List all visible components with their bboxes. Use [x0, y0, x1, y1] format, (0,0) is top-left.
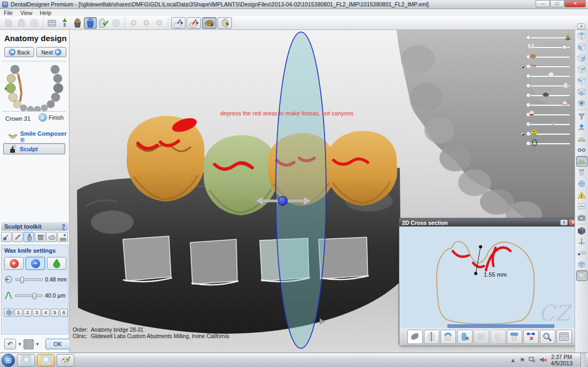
- flatten-table-icon[interactable]: [507, 330, 522, 344]
- crown-28[interactable]: [127, 115, 205, 201]
- sculpt-button[interactable]: Sculpt: [3, 143, 65, 154]
- wax-remove-button[interactable]: −: [26, 257, 45, 270]
- grid-view-icon[interactable]: [556, 330, 572, 344]
- color-dropdown-caret[interactable]: ▼: [35, 342, 40, 347]
- single-tooth-icon[interactable]: [490, 330, 506, 344]
- view-cube-right-icon[interactable]: [576, 75, 587, 86]
- measure-tool-icon[interactable]: [1, 232, 12, 242]
- plane-handle-sphere[interactable]: [278, 197, 288, 206]
- wax-knife-icon[interactable]: [24, 232, 34, 242]
- cutting-plane[interactable]: [276, 32, 326, 348]
- remove-connector-icon[interactable]: ✕: [523, 330, 539, 344]
- cross-section-panel[interactable]: 2D Cross section ? ✕: [399, 218, 575, 345]
- toolkit-help-link[interactable]: ?: [61, 223, 65, 230]
- view-cube-back-icon[interactable]: [576, 53, 587, 64]
- globe-preset-icon[interactable]: [4, 308, 13, 317]
- undo-button[interactable]: ↶: [4, 339, 16, 349]
- cd-output-icon[interactable]: [110, 17, 122, 29]
- compare-teeth-icon[interactable]: [474, 330, 489, 344]
- show-desktop-button[interactable]: [581, 353, 586, 367]
- layer-slider-scan[interactable]: [523, 120, 572, 129]
- layer-slider-colormap[interactable]: [523, 129, 572, 139]
- validate-design-icon[interactable]: [97, 17, 110, 29]
- preset-2-button[interactable]: 2: [24, 309, 32, 317]
- slice-view-icon[interactable]: [407, 330, 423, 344]
- remove-cap-icon[interactable]: ✕: [457, 330, 473, 344]
- taskbar-app-dental-1[interactable]: [17, 354, 35, 366]
- layer-slider-crown[interactable]: [523, 72, 572, 81]
- layer-slider-antagonist[interactable]: [523, 43, 572, 52]
- ok-button[interactable]: OK: [45, 339, 70, 349]
- next-button[interactable]: Next ►: [36, 47, 66, 57]
- taskbar-app-dental-2-active[interactable]: [37, 354, 55, 366]
- finish-button[interactable]: ✓ Finish: [38, 113, 64, 122]
- back-button[interactable]: ◄ Back: [4, 47, 34, 57]
- probe-tool-icon[interactable]: [171, 17, 185, 29]
- warning-icon[interactable]: !: [576, 190, 587, 200]
- stamp-tool-icon[interactable]: [57, 232, 68, 242]
- radius-slider[interactable]: [15, 278, 43, 281]
- crown-29[interactable]: [204, 135, 277, 215]
- layer-radio[interactable]: [521, 132, 524, 136]
- anatomy-design-icon[interactable]: [84, 17, 97, 29]
- preset-3-button[interactable]: 3: [33, 309, 41, 317]
- layer-slider-coping[interactable]: [523, 91, 572, 100]
- sphere-view-icon[interactable]: [576, 270, 587, 281]
- point-link-icon[interactable]: [576, 122, 587, 133]
- preset-1-button[interactable]: 1: [14, 309, 22, 317]
- view-cube-front-icon[interactable]: [576, 42, 587, 52]
- layer-slider-cut[interactable]: ✂: [523, 62, 572, 72]
- tray-expand-icon[interactable]: ▲: [510, 357, 516, 363]
- wax-add-tool-icon[interactable]: [187, 17, 201, 29]
- network-icon[interactable]: [529, 357, 536, 364]
- layer-slider-ring[interactable]: [523, 139, 572, 149]
- cross-help-button[interactable]: ?: [560, 220, 568, 225]
- frame-design-icon[interactable]: [71, 17, 84, 29]
- menu-view[interactable]: View: [17, 10, 36, 16]
- magnifier-icon[interactable]: [540, 330, 555, 344]
- dome-icon[interactable]: [576, 134, 587, 144]
- wax-add-button[interactable]: +: [4, 257, 24, 270]
- import-icon[interactable]: [2, 17, 15, 29]
- menu-help[interactable]: Help: [36, 10, 56, 16]
- measure-link-icon[interactable]: [576, 248, 587, 259]
- close-button[interactable]: ✕: [564, 0, 586, 7]
- cap-thickness-icon[interactable]: [440, 330, 456, 344]
- layer-slider-waxcap[interactable]: [523, 52, 572, 62]
- maximize-button[interactable]: ▢: [550, 0, 564, 7]
- surface-mountain-icon[interactable]: [576, 156, 587, 167]
- minimize-button[interactable]: —: [536, 0, 550, 7]
- volume-muted-icon[interactable]: ✕: [539, 357, 547, 364]
- crown-pot-tool-icon[interactable]: [35, 232, 45, 242]
- globe-tools-icon[interactable]: [576, 178, 587, 189]
- smoothness-slider-thumb[interactable]: [33, 293, 36, 299]
- pillar-icon[interactable]: [576, 167, 587, 178]
- action-center-flag-icon[interactable]: ⚑: [520, 357, 525, 364]
- preset-5-button[interactable]: 5: [51, 309, 59, 317]
- view-cube-camera-icon[interactable]: [576, 98, 587, 108]
- wax-knife-tool-icon[interactable]: [202, 17, 216, 29]
- smile-composer-button[interactable]: Smile Composer ®: [7, 130, 69, 143]
- view-cube-bottom-icon[interactable]: [576, 87, 587, 97]
- export-icon[interactable]: [15, 17, 28, 29]
- blue-box-icon[interactable]: [576, 259, 587, 270]
- layer-slider-stamp[interactable]: [523, 33, 572, 43]
- radius-slider-thumb[interactable]: [20, 277, 24, 283]
- preview-box-icon[interactable]: [576, 201, 587, 212]
- plane-position-icon[interactable]: [424, 330, 439, 344]
- link-scan-icon[interactable]: ⚙: [140, 17, 153, 29]
- solid-cube-icon[interactable]: [576, 225, 587, 236]
- camera-icon[interactable]: [576, 212, 587, 223]
- layer-slider-pontic[interactable]: [523, 81, 572, 91]
- taskbar-clock[interactable]: 2:37 PM 4/5/2013: [551, 354, 577, 366]
- cross-section-titlebar[interactable]: 2D Cross section ? ✕: [399, 218, 575, 227]
- order-form-icon[interactable]: [45, 17, 58, 29]
- dish-tool-icon[interactable]: [46, 232, 57, 242]
- axes-icon[interactable]: [576, 237, 587, 247]
- color-swatch-button[interactable]: [24, 339, 34, 349]
- menu-file[interactable]: File: [0, 10, 17, 16]
- link-design-icon[interactable]: ⚙: [153, 17, 166, 29]
- 3d-viewport[interactable]: depress the red areas to make fossas, no…: [69, 30, 575, 353]
- layer-radio[interactable]: [521, 65, 524, 68]
- view-cube-top-icon[interactable]: [576, 30, 587, 41]
